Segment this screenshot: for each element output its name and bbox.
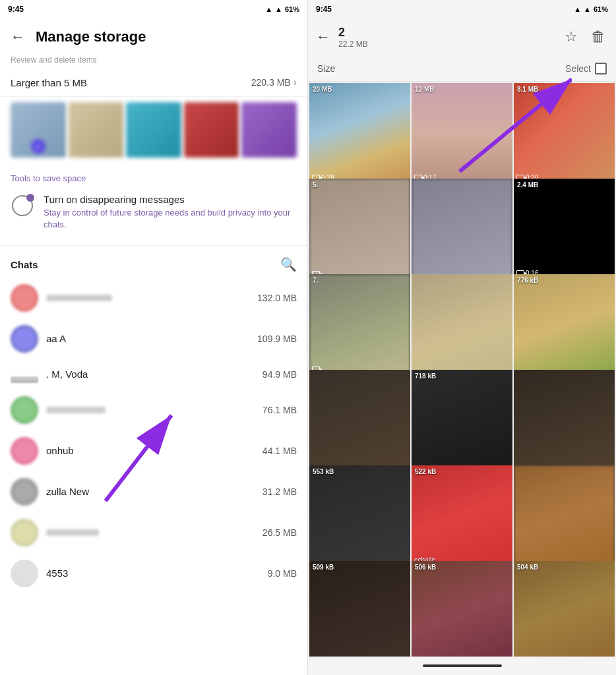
media-grid: 20 MB 0:28 12 MB 0:17 8.1 MB 0 bbox=[308, 82, 616, 657]
chat-name-5: onhub bbox=[46, 445, 74, 456]
larger-label: Larger than 5 MB bbox=[11, 77, 87, 88]
thumb-2[interactable] bbox=[69, 102, 124, 158]
subtitle: Review and delete items bbox=[0, 55, 307, 69]
media-size-3: 8.1 MB bbox=[517, 86, 538, 93]
thumbnail-strip: ✓ bbox=[0, 97, 307, 163]
media-cell-7[interactable]: 7. bbox=[309, 274, 410, 375]
chat-name-blurred-7 bbox=[46, 529, 99, 536]
media-cell-4[interactable]: 5. bbox=[309, 179, 410, 279]
page-title: Manage storage bbox=[36, 28, 297, 45]
header-bar-left: ← Manage storage bbox=[0, 18, 307, 55]
chat-size-5: 44.1 MB bbox=[262, 446, 297, 456]
chat-item-6[interactable]: zulla New 31.2 MB bbox=[0, 471, 307, 512]
media-cell-3[interactable]: 8.1 MB 0:20 bbox=[514, 83, 615, 184]
status-bar-right: 9:45 ▲ ▲ 61% bbox=[308, 0, 616, 18]
search-button[interactable]: 🔍 bbox=[280, 256, 297, 272]
wifi-icon-right: ▲ bbox=[574, 5, 581, 13]
bottom-nav-right bbox=[308, 657, 616, 675]
disappearing-icon bbox=[11, 194, 34, 218]
back-button-right[interactable]: ← bbox=[316, 28, 330, 45]
time-left: 9:45 bbox=[8, 5, 24, 14]
media-cell-16[interactable]: 509 kB bbox=[309, 561, 410, 657]
thumb-3[interactable] bbox=[126, 102, 181, 158]
media-cell-9[interactable]: 776 kB bbox=[514, 274, 615, 375]
chat-item-4[interactable]: 76.1 MB bbox=[0, 390, 307, 430]
media-cell-10[interactable] bbox=[309, 370, 410, 471]
chat-size-4: 76.1 MB bbox=[262, 405, 297, 415]
thumb-4[interactable] bbox=[184, 102, 239, 158]
delete-button[interactable]: 🗑 bbox=[588, 26, 608, 48]
chat-item-3[interactable]: . M, Voda 94.9 MB bbox=[0, 359, 307, 390]
media-cell-11[interactable]: 718 kB bbox=[412, 370, 512, 471]
media-size-4: 5. bbox=[313, 181, 318, 189]
check-overlay: ✓ bbox=[31, 139, 46, 154]
disappearing-messages-item[interactable]: Turn on disappearing messages Stay in co… bbox=[11, 191, 297, 239]
chat-name-8: 4553 bbox=[46, 568, 68, 579]
media-cell-14[interactable]: 522 kB echalle bbox=[412, 465, 512, 566]
avatar-5 bbox=[11, 437, 38, 465]
media-size-7: 7. bbox=[313, 277, 318, 284]
avatar-7 bbox=[11, 519, 38, 546]
chat-item-7[interactable]: 26.5 MB bbox=[0, 512, 307, 553]
select-checkbox[interactable] bbox=[595, 63, 607, 74]
chat-size-8: 9.0 MB bbox=[268, 568, 297, 579]
chat-item-5[interactable]: onhub 44.1 MB bbox=[0, 430, 307, 471]
media-size-18: 504 kB bbox=[517, 564, 538, 571]
media-size-2: 12 MB bbox=[415, 86, 434, 93]
battery-left: 61% bbox=[285, 5, 299, 13]
chevron-icon: › bbox=[293, 76, 297, 88]
tool-title: Turn on disappearing messages bbox=[44, 194, 297, 205]
chats-header: Chats 🔍 bbox=[0, 249, 307, 278]
media-size-6: 2.4 MB bbox=[517, 181, 538, 189]
tools-section: Tools to save space Turn on disappearing… bbox=[0, 163, 307, 243]
chat-size-6: 31.2 MB bbox=[262, 486, 297, 497]
chat-item-8[interactable]: 4553 9.0 MB bbox=[0, 553, 307, 594]
avatar-8 bbox=[11, 560, 38, 587]
avatar-6 bbox=[11, 478, 38, 506]
media-size-11: 718 kB bbox=[415, 372, 436, 380]
avatar-3 bbox=[11, 376, 38, 383]
media-cell-13[interactable]: 553 kB bbox=[309, 465, 410, 566]
media-cell-18[interactable]: 504 kB bbox=[514, 561, 615, 657]
thumb-5[interactable] bbox=[241, 102, 297, 158]
media-size-16: 509 kB bbox=[313, 564, 334, 571]
select-text: Select bbox=[565, 63, 591, 74]
divider bbox=[0, 245, 307, 246]
filter-label: Size bbox=[317, 63, 335, 74]
filter-bar: Size Select bbox=[308, 55, 616, 82]
right-header: ← 2 22.2 MB ☆ 🗑 bbox=[308, 18, 616, 55]
chat-list: 132.0 MB aa A 109.9 MB . M, Voda 94.9 MB bbox=[0, 278, 307, 675]
media-cell-15[interactable] bbox=[514, 465, 615, 566]
larger-section[interactable]: Larger than 5 MB 220.3 MB › bbox=[0, 69, 307, 97]
media-size-17: 506 kB bbox=[415, 564, 436, 571]
back-button-left[interactable]: ← bbox=[11, 28, 25, 45]
avatar-1 bbox=[11, 284, 38, 312]
selected-count: 2 bbox=[338, 26, 554, 40]
media-cell-17[interactable]: 506 kB bbox=[412, 561, 512, 657]
chats-title: Chats bbox=[11, 259, 38, 270]
chat-size-3: 94.9 MB bbox=[262, 369, 297, 380]
chat-item-1[interactable]: 132.0 MB bbox=[0, 278, 307, 318]
media-size-13: 553 kB bbox=[313, 468, 334, 475]
status-bar-left: 9:45 ▲ ▲ 61% bbox=[0, 0, 307, 18]
media-cell-8[interactable] bbox=[412, 274, 512, 375]
tools-label: Tools to save space bbox=[11, 173, 297, 183]
avatar-4 bbox=[11, 396, 38, 424]
media-cell-1[interactable]: 20 MB 0:28 bbox=[309, 83, 410, 184]
media-cell-6[interactable]: 2.4 MB 0:16 bbox=[514, 179, 615, 279]
larger-size: 220.3 MB › bbox=[251, 76, 297, 88]
media-size-9: 776 kB bbox=[517, 277, 538, 284]
chat-item-2[interactable]: aa A 109.9 MB bbox=[0, 318, 307, 359]
battery-right: 61% bbox=[594, 5, 608, 13]
chat-name-blurred-4 bbox=[46, 407, 106, 413]
selected-size: 22.2 MB bbox=[338, 40, 554, 49]
thumb-1[interactable]: ✓ bbox=[11, 102, 66, 158]
chat-size-7: 26.5 MB bbox=[262, 527, 297, 538]
signal-icon-right: ▲ bbox=[584, 5, 591, 13]
media-cell-5[interactable] bbox=[412, 179, 512, 279]
star-button[interactable]: ☆ bbox=[562, 26, 580, 48]
media-cell-12[interactable] bbox=[514, 370, 615, 471]
select-area[interactable]: Select bbox=[565, 63, 607, 74]
avatar-2 bbox=[11, 325, 38, 353]
media-cell-2[interactable]: 12 MB 0:17 bbox=[412, 83, 512, 184]
